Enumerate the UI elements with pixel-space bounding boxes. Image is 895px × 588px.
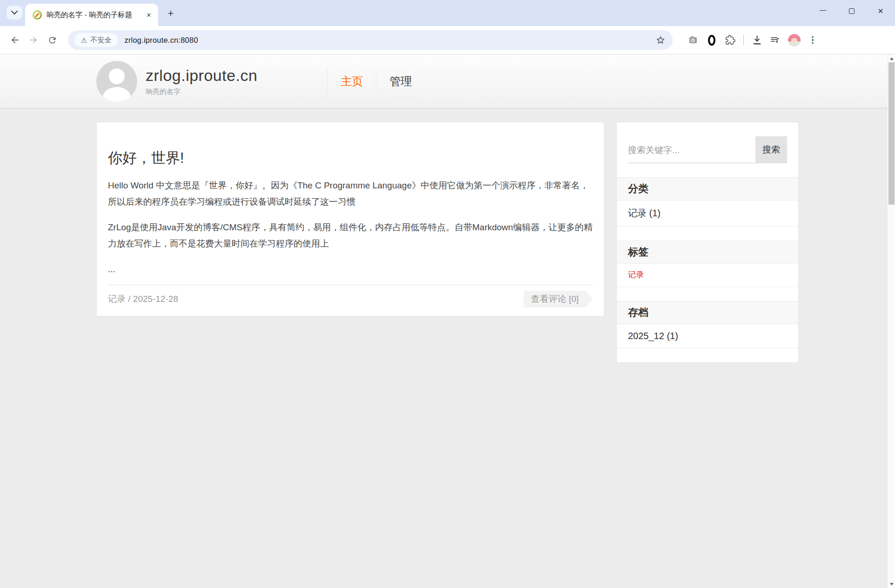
sidebar-section-tags: 标签 记录 xyxy=(617,241,798,287)
security-chip[interactable]: ⚠ 不安全 xyxy=(74,33,118,47)
profile-button[interactable] xyxy=(785,31,803,49)
search-input[interactable] xyxy=(628,137,755,163)
maximize-icon xyxy=(849,8,855,14)
security-label: 不安全 xyxy=(90,36,111,45)
article-paragraph: Hello World 中文意思是『世界，你好』。因为《The C Progra… xyxy=(108,177,593,210)
sidebar-section-archives: 存档 2025_12 (1) xyxy=(617,301,798,348)
browser-tab[interactable]: 响亮的名字 - 响亮的子标题 ✕ xyxy=(25,4,158,26)
article-meta: 记录 / 2025-12-28 xyxy=(108,293,178,305)
downloads-button[interactable] xyxy=(748,31,766,49)
site-nav: 主页 管理 xyxy=(327,69,425,94)
article-card: 你好，世界! Hello World 中文意思是『世界，你好』。因为《The C… xyxy=(96,122,604,316)
download-icon xyxy=(752,35,762,46)
camera-icon xyxy=(688,34,699,46)
reload-icon xyxy=(47,35,57,45)
address-bar[interactable]: ⚠ 不安全 zrlog.iproute.cn:8080 xyxy=(68,30,673,50)
section-title-tags: 标签 xyxy=(617,241,798,264)
browser-menu-button[interactable] xyxy=(803,31,822,49)
back-button[interactable] xyxy=(6,31,24,49)
article-category-link[interactable]: 记录 xyxy=(108,294,126,304)
bookmark-star-button[interactable] xyxy=(655,34,666,46)
content-row: 你好，世界! Hello World 中文意思是『世界，你好』。因为《The C… xyxy=(96,122,799,363)
site-subtitle: 响亮的名字 xyxy=(146,87,257,96)
reload-button[interactable] xyxy=(43,31,61,49)
article-date: 2025-12-28 xyxy=(133,294,178,304)
article-paragraph: ... xyxy=(108,261,593,277)
article-paragraph: ZrLog是使用Java开发的博客/CMS程序，具有简约，易用，组件化，内存占用… xyxy=(108,219,593,252)
sidebar: 搜索 分类 记录 (1) 标签 记录 存档 2025_12 (1) xyxy=(616,122,799,363)
site-header: zrlog.iproute.cn 响亮的名字 主页 管理 xyxy=(0,54,895,108)
section-title-categories: 分类 xyxy=(617,177,798,200)
minimize-icon: — xyxy=(820,6,826,13)
forward-arrow-icon xyxy=(28,35,39,45)
window-controls: — ✕ xyxy=(808,0,895,22)
article-footer: 记录 / 2025-12-28 查看评论 [0] xyxy=(108,285,593,316)
three-dots-menu-icon xyxy=(812,36,814,44)
browser-toolbar: ⚠ 不安全 zrlog.iproute.cn:8080 xyxy=(0,26,895,54)
new-tab-button[interactable]: + xyxy=(164,7,178,20)
warning-icon: ⚠ xyxy=(81,37,87,44)
tab-close-icon[interactable]: ✕ xyxy=(144,10,154,20)
screenshot-extension-button[interactable] xyxy=(684,31,702,49)
browser-tabstrip: 响亮的名字 - 响亮的子标题 ✕ + — ✕ xyxy=(0,0,895,26)
tab-title: 响亮的名字 - 响亮的子标题 xyxy=(47,10,141,20)
star-icon xyxy=(655,34,666,46)
site-identity: zrlog.iproute.cn 响亮的名字 xyxy=(146,67,257,96)
site-title[interactable]: zrlog.iproute.cn xyxy=(146,67,257,85)
scrollbar-up-button[interactable] xyxy=(888,54,895,62)
chevron-down-icon xyxy=(11,11,18,15)
url-text: zrlog.iproute.cn:8080 xyxy=(124,36,198,45)
nav-item-admin[interactable]: 管理 xyxy=(376,69,425,94)
article-title[interactable]: 你好，世界! xyxy=(108,148,593,168)
forward-button[interactable] xyxy=(24,31,43,49)
sidebar-section-categories: 分类 记录 (1) xyxy=(617,177,798,227)
article-body: Hello World 中文意思是『世界，你好』。因为《The C Progra… xyxy=(108,177,593,277)
scroll-up-icon xyxy=(890,57,894,60)
meta-separator: / xyxy=(126,294,133,304)
scrollbar-thumb[interactable] xyxy=(888,62,895,205)
oval-extension-icon xyxy=(708,35,715,46)
window-close-button[interactable]: ✕ xyxy=(866,0,895,22)
toolbar-separator xyxy=(743,35,744,45)
site-avatar[interactable] xyxy=(96,61,137,102)
media-controls-button[interactable] xyxy=(766,31,785,49)
nav-item-home[interactable]: 主页 xyxy=(327,69,376,94)
search-button[interactable]: 搜索 xyxy=(755,136,787,163)
extensions-button[interactable] xyxy=(721,31,740,49)
window-close-icon: ✕ xyxy=(878,7,884,15)
tag-item[interactable]: 记录 xyxy=(617,264,798,287)
page-viewport: zrlog.iproute.cn 响亮的名字 主页 管理 你好，世界! Hell… xyxy=(0,54,895,588)
window-maximize-button[interactable] xyxy=(837,0,866,22)
zrlog-favicon-icon xyxy=(33,10,42,20)
back-arrow-icon xyxy=(10,35,20,45)
scrollbar-down-button[interactable] xyxy=(888,580,895,588)
archive-item[interactable]: 2025_12 (1) xyxy=(617,324,798,348)
window-minimize-button[interactable]: — xyxy=(808,0,837,22)
page-scrollbar[interactable] xyxy=(887,54,895,588)
view-comments-link[interactable]: 查看评论 [0] xyxy=(524,291,593,307)
category-item[interactable]: 记录 (1) xyxy=(617,200,798,227)
profile-avatar xyxy=(788,34,801,47)
puzzle-icon xyxy=(725,35,735,45)
scroll-down-icon xyxy=(890,583,894,586)
tab-search-button[interactable] xyxy=(7,6,22,20)
section-title-archives: 存档 xyxy=(617,301,798,324)
search-row: 搜索 xyxy=(617,122,798,177)
media-playlist-icon xyxy=(770,34,781,46)
oval-extension-button[interactable] xyxy=(702,31,721,49)
